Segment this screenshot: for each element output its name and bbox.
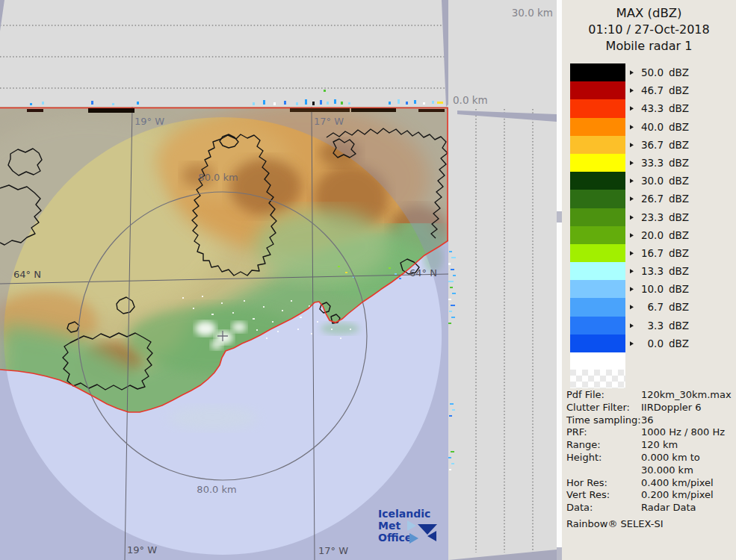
legend-unit: dBZ — [669, 66, 689, 78]
legend-color-swatch — [570, 63, 625, 81]
legend-tick-arrow-icon — [630, 125, 634, 129]
legend-row: 46.7 dBZ — [570, 81, 735, 99]
product-info-panel: MAX (dBZ) 01:10 / 27-Oct-2018 Mobile rad… — [562, 0, 736, 560]
software-brand-label: Rainbow® SELEX-SI — [566, 518, 734, 531]
radar-map-viewport[interactable]: 30.0 km 0.0 km 80.0 km 80.0 km 64° N 64°… — [0, 0, 557, 560]
legend-tick-arrow-icon — [630, 197, 634, 202]
legend-tick-arrow-icon — [630, 178, 634, 183]
metadata-row: Pdf File: 120km_30km.max — [566, 389, 734, 402]
metadata-value: 30.000 km — [641, 464, 734, 477]
metadata-label — [566, 464, 641, 477]
metadata-row: Hor Res: 0.400 km/pixel — [566, 477, 734, 490]
legend-transparent-swatch — [570, 370, 625, 388]
legend-value: 40.0 — [637, 121, 664, 133]
legend-tick-arrow-icon — [630, 143, 634, 147]
legend-value: 30.0 — [637, 175, 664, 187]
legend-color-swatch — [570, 172, 625, 190]
legend-tick-arrow-icon — [630, 161, 634, 165]
legend-tick-arrow-icon — [630, 88, 634, 93]
legend-row: 10.0 dBZ — [570, 280, 735, 298]
radar-application-window: 30.0 km 0.0 km 80.0 km 80.0 km 64° N 64°… — [0, 0, 736, 560]
map-layers — [0, 105, 454, 560]
legend-below-min-swatch — [570, 352, 625, 370]
metadata-value: IIRDoppler 6 — [641, 402, 734, 414]
legend-color-swatch — [570, 154, 625, 172]
legend-color-swatch — [570, 81, 625, 99]
legend-color-swatch — [570, 244, 625, 262]
legend-unit: dBZ — [669, 211, 689, 223]
legend-value: 50.0 — [637, 66, 664, 78]
metadata-row: Range: 120 km — [566, 439, 734, 452]
legend-color-swatch — [570, 226, 625, 244]
legend-row: 50.0 dBZ — [570, 63, 735, 81]
legend-color-swatch — [570, 136, 625, 154]
legend-value: 36.7 — [637, 139, 664, 151]
legend-color-swatch — [570, 208, 625, 226]
legend-color-swatch — [570, 190, 625, 208]
legend-row: 3.3 dBZ — [570, 317, 735, 335]
product-title: MAX (dBZ) — [562, 4, 736, 22]
splitter-thumb-upper[interactable] — [557, 211, 562, 223]
metadata-value: 0.000 km to — [641, 452, 734, 464]
metadata-rows: Pdf File: 120km_30km.max Clutter Filter:… — [566, 389, 734, 514]
product-header: MAX (dBZ) 01:10 / 27-Oct-2018 Mobile rad… — [562, 4, 736, 55]
legend-value: 16.7 — [637, 247, 664, 259]
legend-tick-arrow-icon — [630, 269, 634, 273]
legend-tick-arrow-icon — [630, 323, 634, 328]
legend-tick-arrow-icon — [630, 341, 634, 346]
legend-tick-arrow-icon — [630, 287, 634, 291]
legend-value: 26.7 — [637, 193, 664, 205]
legend-value: 10.0 — [637, 283, 664, 295]
legend-tick-arrow-icon — [630, 305, 634, 310]
legend-row: 26.7 dBZ — [570, 190, 735, 208]
dbz-color-legend: 50.0 dBZ 46.7 dBZ 43.3 dBZ 40.0 dBZ — [570, 63, 735, 388]
metadata-value: 0.200 km/pixel — [641, 489, 734, 502]
legend-value: 6.7 — [637, 302, 664, 314]
legend-tick-arrow-icon — [630, 70, 634, 75]
legend-unit: dBZ — [669, 175, 689, 187]
product-timestamp: 01:10 / 27-Oct-2018 — [562, 22, 736, 38]
radar-name: Mobile radar 1 — [562, 38, 736, 55]
legend-color-swatch — [570, 280, 625, 298]
legend-tick-arrow-icon — [630, 251, 634, 255]
legend-value: 13.3 — [637, 265, 664, 277]
legend-unit: dBZ — [669, 302, 689, 314]
splitter-thumb-lower[interactable] — [557, 547, 562, 560]
legend-row: 23.3 dBZ — [570, 208, 735, 226]
top-projection-strip — [0, 0, 448, 107]
legend-color-swatch — [570, 317, 625, 335]
radar-map-canvas — [0, 0, 557, 560]
metadata-row: 30.000 km — [566, 464, 734, 477]
legend-unit: dBZ — [669, 157, 689, 169]
legend-row: 43.3 dBZ — [570, 99, 735, 117]
legend-tick-arrow-icon — [630, 233, 634, 237]
metadata-label: Clutter Filter: — [566, 402, 641, 414]
legend-row: 16.7 dBZ — [570, 244, 735, 262]
legend-row: 30.0 dBZ — [570, 172, 735, 190]
legend-row: 20.0 dBZ — [570, 226, 735, 244]
metadata-label: Height: — [566, 452, 641, 464]
legend-row: 36.7 dBZ — [570, 136, 735, 154]
metadata-row: Vert Res: 0.200 km/pixel — [566, 489, 734, 502]
legend-value: 43.3 — [637, 103, 664, 115]
metadata-label: PRF: — [566, 426, 641, 439]
legend-color-swatch — [570, 99, 625, 117]
legend-unit: dBZ — [669, 247, 689, 259]
legend-unit: dBZ — [669, 229, 689, 241]
metadata-value: 36 — [641, 414, 734, 427]
legend-tick-arrow-icon — [630, 215, 634, 220]
metadata-label: Hor Res: — [566, 477, 641, 490]
metadata-row: Data: Radar Data — [566, 502, 734, 514]
metadata-row: Height: 0.000 km to — [566, 452, 734, 464]
legend-value: 46.7 — [637, 84, 664, 96]
legend-value: 20.0 — [637, 229, 664, 241]
metadata-label: Pdf File: — [566, 389, 641, 402]
legend-color-swatch — [570, 262, 625, 280]
legend-row: 40.0 dBZ — [570, 118, 735, 136]
legend-unit: dBZ — [669, 121, 689, 133]
legend-unit: dBZ — [669, 193, 689, 205]
legend-color-swatch — [570, 335, 625, 352]
legend-unit: dBZ — [669, 84, 689, 96]
legend-unit: dBZ — [669, 139, 689, 151]
panel-splitter[interactable] — [557, 0, 562, 560]
